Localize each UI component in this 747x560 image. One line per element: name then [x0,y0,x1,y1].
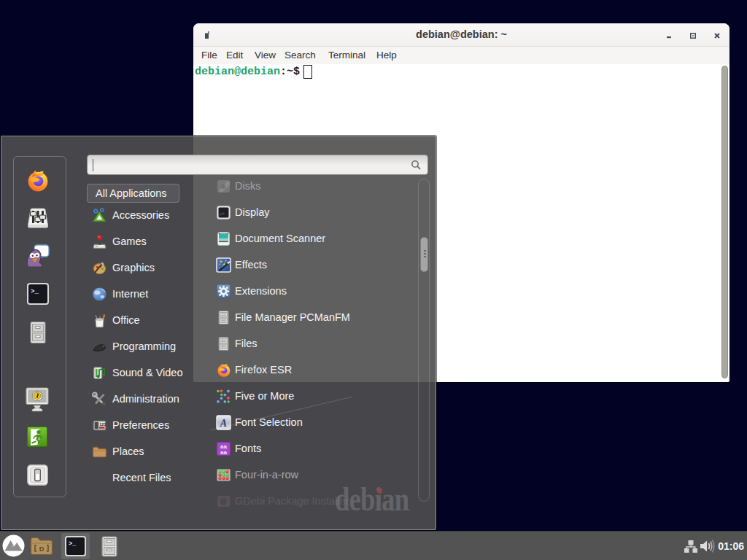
svg-text:>_: >_ [31,288,39,295]
svg-text:>_: >_ [69,540,77,548]
svg-text:123: 123 [99,422,106,427]
svg-text:D: D [39,545,44,553]
svg-text:aa: aa [220,449,227,456]
svg-text:A: A [220,418,227,429]
